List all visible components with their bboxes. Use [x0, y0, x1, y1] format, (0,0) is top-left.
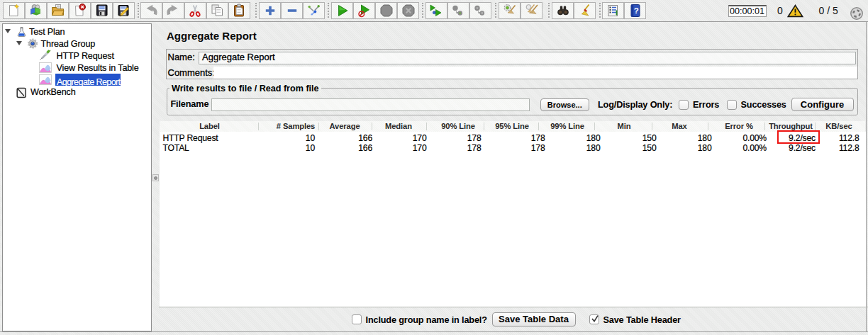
- svg-text:?: ?: [633, 6, 638, 15]
